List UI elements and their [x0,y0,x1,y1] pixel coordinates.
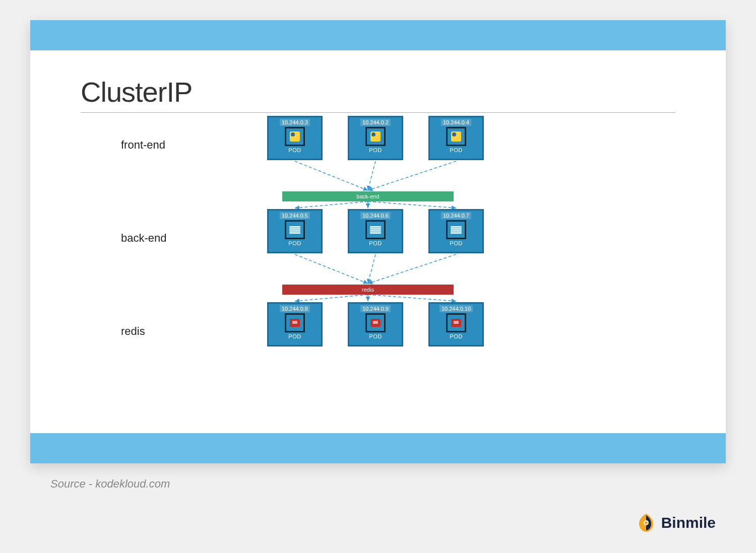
pod-ip: 10.244.0.6 [360,212,391,219]
pod-label: POD [450,147,462,153]
pod-redis-1: 10.244.0.9POD [348,302,403,347]
pod-label: POD [369,147,382,153]
pod-ip: 10.244.0.2 [360,119,391,126]
db-icon [365,220,386,239]
arrow [368,161,375,190]
db-icon [446,220,466,239]
brand-name: Binmile [661,514,716,531]
arrow [295,295,368,301]
arrow [368,201,456,208]
bottom-band [30,433,726,463]
pod-back-end-1: 10.244.0.6POD [348,209,403,253]
pod-label: POD [288,147,301,153]
pod-front-end-0: 10.244.0.3POD [267,116,323,160]
slide-title: ClusterIP [81,76,675,108]
pod-back-end-0: 10.244.0.5POD [267,209,323,253]
pod-ip: 10.244.0.3 [280,119,310,126]
redis-icon [285,313,305,332]
pod-ip: 10.244.0.7 [441,212,471,219]
source-attribution: Source - kodekloud.com [50,477,726,491]
pod-front-end-2: 10.244.0.4POD [428,116,484,160]
slide-card: ClusterIP front-end10.244.0.3POD10.244.0… [30,20,726,463]
pod-ip: 10.244.0.4 [441,119,471,126]
pod-label: POD [450,333,462,339]
arrow [368,295,456,301]
python-icon [365,127,386,146]
arrow [295,254,368,284]
redis-icon [446,313,466,332]
pod-redis-0: 10.244.0.8POD [267,302,323,347]
arrow [368,254,456,284]
arrow [295,201,368,208]
arrow [295,161,368,190]
pod-ip: 10.244.0.8 [280,305,310,312]
pod-label: POD [450,240,462,246]
arrow [368,161,456,190]
pod-label: POD [288,333,301,339]
pod-label: POD [369,333,382,339]
pod-ip: 10.244.0.9 [360,305,391,312]
pod-label: POD [369,240,382,246]
db-icon [285,220,305,239]
service-bar-redis: redis [282,285,454,295]
pod-back-end-2: 10.244.0.7POD [428,209,484,253]
python-icon [285,127,305,146]
arrow [368,254,375,284]
redis-icon [365,313,386,332]
pod-redis-2: 10.244.0.10POD [428,302,484,347]
service-bar-back-end: back-end [282,191,454,201]
pod-ip: 10.244.0.10 [439,305,473,312]
top-band [30,20,726,50]
slide-content: ClusterIP front-end10.244.0.3POD10.244.0… [30,50,726,433]
tier-label-back-end: back-end [121,232,167,245]
pod-label: POD [288,240,301,246]
brand-logo-icon [636,513,656,533]
svg-point-1 [645,521,648,524]
tier-label-redis: redis [121,325,145,338]
python-icon [446,127,466,146]
pod-ip: 10.244.0.5 [280,212,310,219]
tier-label-front-end: front-end [121,139,165,152]
pod-front-end-1: 10.244.0.2POD [348,116,403,160]
cluster-diagram: front-end10.244.0.3POD10.244.0.2POD10.24… [81,116,675,393]
brand-footer: Binmile [636,513,716,533]
title-divider [81,112,675,113]
